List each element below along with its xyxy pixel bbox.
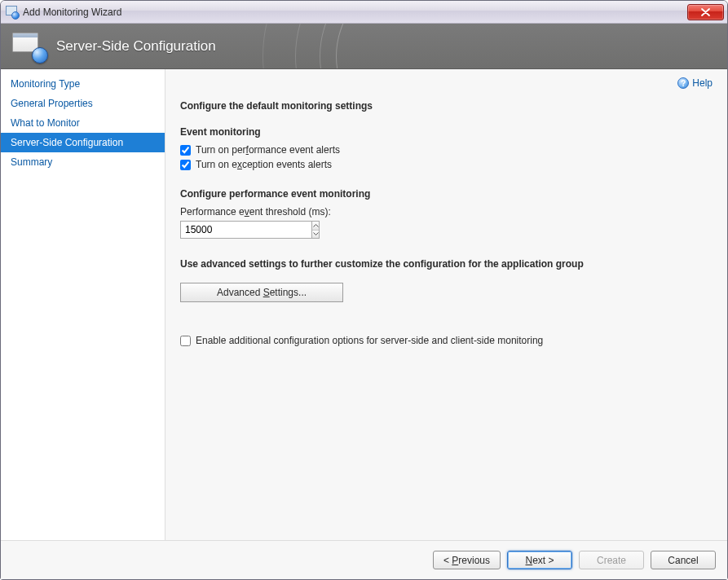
- spinner-up-button[interactable]: [312, 222, 319, 231]
- sidebar-item-server-side-configuration[interactable]: Server-Side Configuration: [1, 133, 165, 152]
- page-heading: Configure the default monitoring setting…: [180, 100, 713, 112]
- banner-title: Server-Side Configuration: [56, 38, 216, 55]
- enable-additional-label[interactable]: Enable additional configuration options …: [196, 335, 543, 346]
- sidebar-item-general-properties[interactable]: General Properties: [1, 94, 165, 113]
- threshold-spinner: [180, 221, 320, 239]
- app-icon: [6, 6, 19, 19]
- decor-arc: [295, 24, 727, 69]
- banner: Server-Side Configuration: [1, 24, 727, 69]
- chevron-down-icon: [313, 232, 319, 235]
- cancel-button[interactable]: Cancel: [651, 551, 716, 569]
- content: ? Help Configure the default monitoring …: [165, 69, 727, 540]
- threshold-input[interactable]: [180, 221, 311, 239]
- body: Monitoring Type General Properties What …: [1, 69, 727, 540]
- advanced-heading: Use advanced settings to further customi…: [180, 258, 713, 270]
- enable-additional-row: Enable additional configuration options …: [180, 335, 713, 346]
- titlebar: Add Monitoring Wizard: [1, 1, 727, 24]
- exception-alerts-checkbox[interactable]: [180, 160, 191, 170]
- sidebar-item-what-to-monitor[interactable]: What to Monitor: [1, 113, 165, 133]
- next-button[interactable]: Next >: [507, 551, 572, 569]
- exception-alerts-row: Turn on exception events alerts: [180, 159, 713, 170]
- exception-alerts-label[interactable]: Turn on exception events alerts: [196, 159, 332, 170]
- create-button: Create: [579, 551, 644, 569]
- help-link[interactable]: ? Help: [677, 77, 713, 89]
- chevron-up-icon: [313, 224, 319, 227]
- perf-alerts-row: Turn on performance event alerts: [180, 144, 713, 156]
- window-title: Add Monitoring Wizard: [23, 7, 687, 18]
- spinner-buttons: [311, 221, 320, 239]
- previous-button[interactable]: < Previous: [433, 551, 501, 569]
- perf-alerts-label[interactable]: Turn on performance event alerts: [196, 144, 340, 156]
- decor-arc: [320, 24, 727, 69]
- perf-config-heading: Configure performance event monitoring: [180, 188, 713, 200]
- enable-additional-checkbox[interactable]: [180, 336, 191, 346]
- help-icon: ?: [677, 77, 689, 89]
- perf-alerts-checkbox[interactable]: [180, 145, 191, 156]
- footer: < Previous Next > Create Cancel: [1, 540, 727, 579]
- threshold-label: Performance event threshold (ms):: [180, 206, 713, 218]
- sidebar: Monitoring Type General Properties What …: [1, 69, 165, 540]
- event-monitoring-heading: Event monitoring: [180, 126, 713, 138]
- sidebar-item-monitoring-type[interactable]: Monitoring Type: [1, 74, 165, 94]
- decor-arc: [263, 24, 727, 69]
- advanced-settings-button[interactable]: Advanced Settings...: [180, 283, 343, 302]
- decor-arc: [336, 24, 727, 69]
- close-button[interactable]: [687, 4, 724, 20]
- help-label: Help: [692, 77, 713, 89]
- close-icon: [701, 8, 710, 16]
- banner-icon: [12, 33, 45, 60]
- sidebar-item-summary[interactable]: Summary: [1, 152, 165, 172]
- spinner-down-button[interactable]: [312, 231, 319, 239]
- wizard-window: Add Monitoring Wizard Server-Side Config…: [0, 0, 728, 580]
